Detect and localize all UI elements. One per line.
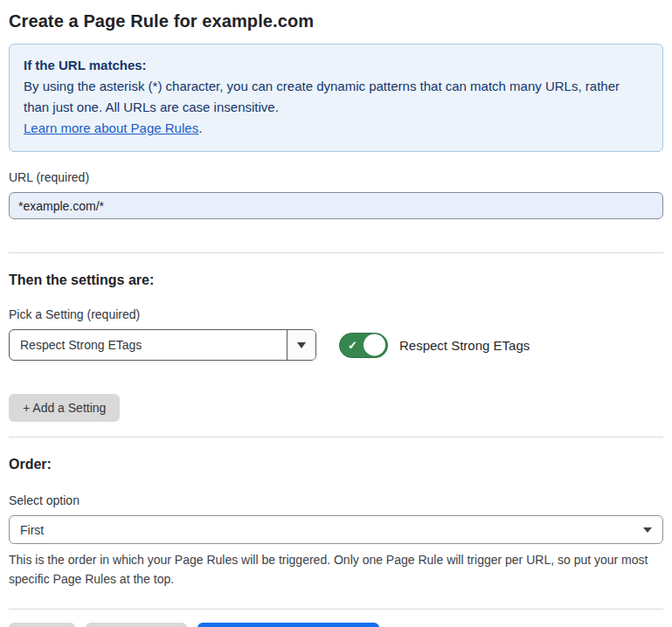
info-box-body: By using the asterisk (*) character, you… [24, 76, 648, 118]
divider [9, 437, 663, 438]
etags-toggle-group: ✓ Respect Strong ETags [339, 333, 530, 358]
url-field-group: URL (required) [9, 170, 663, 219]
toggle-knob [364, 334, 385, 356]
divider [9, 609, 663, 610]
footer-actions: Cancel Save as Draft Save and Deploy Pag… [9, 623, 663, 627]
setting-select[interactable]: Respect Strong ETags [9, 329, 316, 361]
etags-toggle-label: Respect Strong ETags [399, 338, 530, 353]
link-suffix: . [198, 121, 202, 135]
setting-row: Respect Strong ETags ✓ Respect Strong ET… [9, 329, 663, 361]
save-and-deploy-button[interactable]: Save and Deploy Page Rule [197, 623, 379, 627]
settings-section-heading: Then the settings are: [9, 272, 663, 288]
setting-select-value: Respect Strong ETags [10, 330, 287, 360]
order-select[interactable]: First [9, 515, 663, 544]
add-setting-button[interactable]: + Add a Setting [9, 394, 120, 422]
page-title: Create a Page Rule for example.com [9, 9, 663, 44]
chevron-down-icon [643, 527, 652, 533]
save-as-draft-button[interactable]: Save as Draft [86, 623, 188, 627]
url-matches-info-box: If the URL matches: By using the asteris… [9, 44, 663, 152]
info-box-link-line: Learn more about Page Rules. [24, 118, 648, 139]
pick-setting-label: Pick a Setting (required) [9, 307, 663, 321]
order-help-text: This is the order in which your Page Rul… [9, 550, 663, 589]
create-page-rule-panel: Create a Page Rule for example.com If th… [0, 0, 672, 627]
url-field-label: URL (required) [9, 170, 663, 184]
learn-more-link[interactable]: Learn more about Page Rules [24, 121, 198, 135]
setting-select-arrow-button[interactable] [287, 330, 315, 360]
order-select-value: First [20, 523, 44, 537]
order-section-heading: Order: [9, 457, 663, 472]
cancel-button[interactable]: Cancel [9, 623, 75, 627]
order-select-label: Select option [9, 493, 663, 507]
etags-toggle[interactable]: ✓ [339, 333, 388, 358]
check-icon: ✓ [348, 339, 357, 352]
info-box-heading: If the URL matches: [24, 55, 648, 76]
divider [9, 252, 663, 253]
chevron-down-icon [297, 342, 306, 348]
url-input[interactable] [9, 192, 663, 219]
